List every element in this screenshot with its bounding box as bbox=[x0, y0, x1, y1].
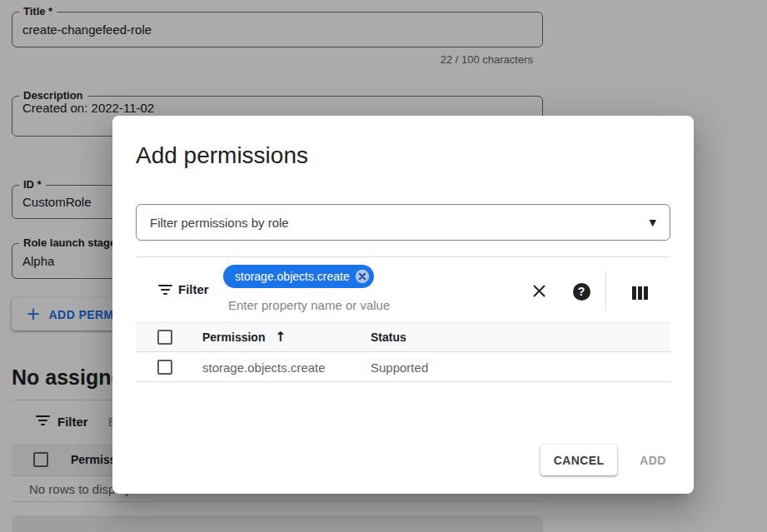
create-role-page: Title * create-changefeed-role 22 / 100 … bbox=[0, 0, 767, 532]
sort-ascending-icon[interactable]: ↑ bbox=[275, 329, 286, 345]
divider bbox=[136, 256, 670, 257]
filter-input[interactable] bbox=[228, 296, 528, 314]
dropdown-caret-icon: ▼ bbox=[650, 217, 656, 228]
filter-chip[interactable]: storage.objects.create bbox=[223, 265, 374, 288]
permissions-table-header: Permission ↑ Status bbox=[136, 322, 670, 352]
column-display-icon[interactable] bbox=[630, 283, 650, 303]
cancel-button[interactable]: CANCEL bbox=[540, 445, 617, 475]
filter-label: Filter bbox=[178, 282, 209, 296]
filter-by-role-select[interactable]: Filter permissions by role ▼ bbox=[136, 204, 670, 241]
permission-cell: storage.objects.create bbox=[202, 360, 326, 375]
permission-column-header[interactable]: Permission bbox=[202, 331, 265, 344]
filter-chip-label: storage.objects.create bbox=[235, 270, 350, 283]
add-button[interactable]: ADD bbox=[626, 445, 680, 475]
divider bbox=[605, 271, 606, 311]
clear-filter-icon[interactable] bbox=[529, 281, 549, 301]
status-column-header: Status bbox=[371, 331, 406, 344]
table-row: storage.objects.create Supported bbox=[136, 353, 670, 382]
filter-by-role-select-value: Filter permissions by role bbox=[150, 216, 289, 230]
filter-icon bbox=[158, 285, 172, 297]
dialog-title: Add permissions bbox=[136, 142, 308, 169]
add-permissions-dialog: Add permissions Filter permissions by ro… bbox=[112, 116, 694, 494]
help-icon[interactable]: ? bbox=[571, 281, 591, 301]
status-cell: Supported bbox=[371, 360, 428, 375]
chip-remove-icon[interactable] bbox=[355, 269, 370, 284]
select-all-checkbox[interactable] bbox=[157, 330, 172, 345]
row-checkbox[interactable] bbox=[157, 360, 172, 375]
